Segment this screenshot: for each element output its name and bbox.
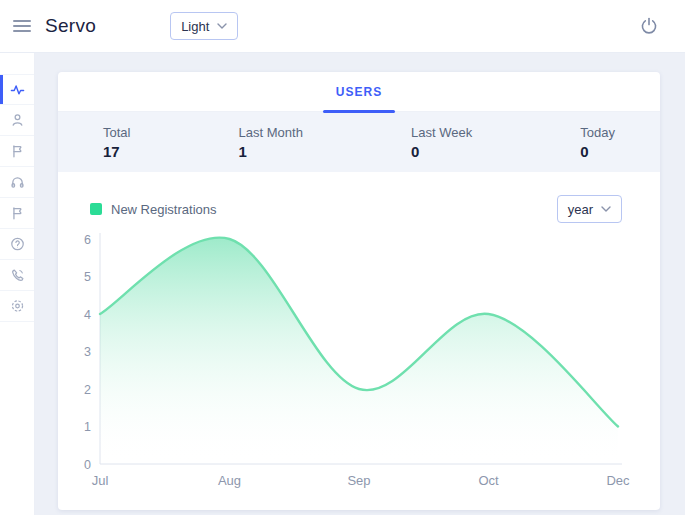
tab-active-underline <box>323 110 395 113</box>
phone-icon <box>10 267 25 283</box>
legend-swatch <box>90 203 102 215</box>
sidebar-item-help-circle[interactable] <box>0 229 34 260</box>
sidebar-item-flag[interactable] <box>0 198 34 229</box>
flag-icon <box>10 205 25 221</box>
chevron-down-icon <box>601 206 611 212</box>
stat-label: Last Week <box>411 125 472 140</box>
theme-select-value: Light <box>181 19 209 34</box>
stats-row: Total 17 Last Month 1 Last Week 0 Today … <box>58 112 660 172</box>
svg-text:Jul: Jul <box>92 473 109 488</box>
sidebar <box>0 53 35 515</box>
flag-icon <box>10 143 25 159</box>
sidebar-item-activity[interactable] <box>0 74 34 105</box>
chart-area-fill <box>100 238 618 464</box>
range-select-value: year <box>568 202 593 217</box>
stat-value: 0 <box>580 143 615 160</box>
power-icon <box>639 16 659 36</box>
svg-text:Oct: Oct <box>478 473 499 488</box>
chart-y-tick-labels: 0123456 <box>84 233 91 472</box>
svg-text:4: 4 <box>84 308 91 322</box>
theme-select[interactable]: Light <box>170 12 238 40</box>
svg-text:1: 1 <box>84 420 91 434</box>
stat-label: Last Month <box>239 125 303 140</box>
tab-users-label: USERS <box>336 85 382 99</box>
legend-label: New Registrations <box>111 202 217 217</box>
sidebar-item-phone[interactable] <box>0 260 34 291</box>
chart-section: New Registrations year <box>58 172 660 510</box>
chart-legend: New Registrations <box>90 202 217 217</box>
chevron-down-icon <box>217 23 227 29</box>
sidebar-item-user[interactable] <box>0 105 34 136</box>
stat-label: Today <box>580 125 615 140</box>
svg-text:3: 3 <box>84 345 91 359</box>
svg-text:5: 5 <box>84 270 91 284</box>
chart-x-tick-labels: JulAugSepOctDec <box>92 473 630 488</box>
range-select[interactable]: year <box>557 195 622 223</box>
svg-text:Sep: Sep <box>347 473 370 488</box>
app-header: Servo Light <box>0 0 685 53</box>
svg-text:Dec: Dec <box>606 473 630 488</box>
stat-total: Total 17 <box>103 125 130 160</box>
svg-text:2: 2 <box>84 383 91 397</box>
svg-text:6: 6 <box>84 233 91 247</box>
app-title: Servo <box>45 15 96 37</box>
gear-icon <box>10 298 25 314</box>
svg-text:Aug: Aug <box>218 473 241 488</box>
tab-bar: USERS <box>58 72 660 112</box>
stat-today: Today 0 <box>580 125 615 160</box>
logout-button[interactable] <box>639 16 659 36</box>
user-icon <box>10 112 25 128</box>
svg-text:0: 0 <box>84 458 91 472</box>
activity-icon <box>10 82 25 98</box>
users-card: USERS Total 17 Last Month 1 Last Week 0 <box>58 72 660 510</box>
menu-icon[interactable] <box>13 17 31 35</box>
stat-value: 17 <box>103 143 130 160</box>
stat-last-week: Last Week 0 <box>411 125 472 160</box>
content-area: USERS Total 17 Last Month 1 Last Week 0 <box>35 53 685 515</box>
sidebar-item-gear[interactable] <box>0 291 34 322</box>
stat-label: Total <box>103 125 130 140</box>
sidebar-item-flag[interactable] <box>0 136 34 167</box>
stat-value: 0 <box>411 143 472 160</box>
sidebar-item-headphones[interactable] <box>0 167 34 198</box>
area-chart: 0123456 JulAugSepOctDec <box>58 229 660 505</box>
help-circle-icon <box>10 236 25 252</box>
headphones-icon <box>10 174 25 190</box>
stat-last-month: Last Month 1 <box>239 125 303 160</box>
stat-value: 1 <box>239 143 303 160</box>
tab-users[interactable]: USERS <box>332 72 386 111</box>
